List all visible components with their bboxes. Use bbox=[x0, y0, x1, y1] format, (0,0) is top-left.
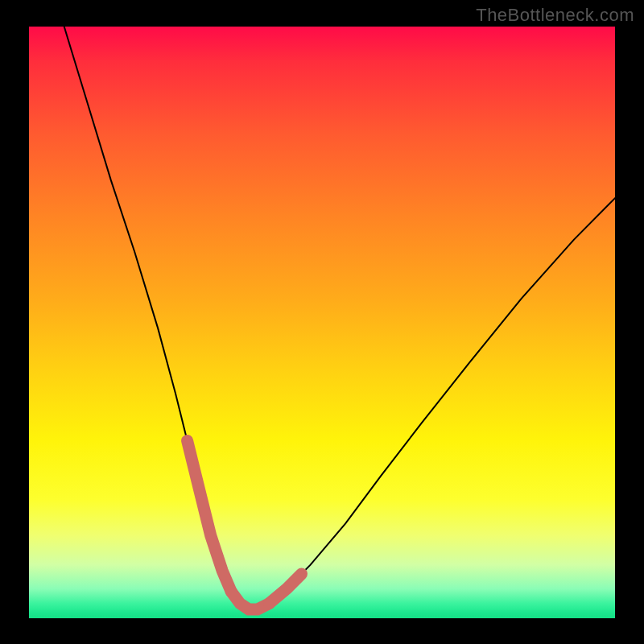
trough-highlight bbox=[231, 592, 269, 609]
right-ascent-highlight bbox=[270, 574, 302, 604]
chart-frame: TheBottleneck.com bbox=[0, 0, 644, 644]
bottleneck-curve bbox=[64, 27, 615, 609]
plot-area bbox=[29, 27, 615, 618]
left-descent-highlight bbox=[188, 441, 232, 592]
watermark-text: TheBottleneck.com bbox=[476, 5, 634, 26]
bottleneck-curve-svg bbox=[29, 27, 615, 618]
